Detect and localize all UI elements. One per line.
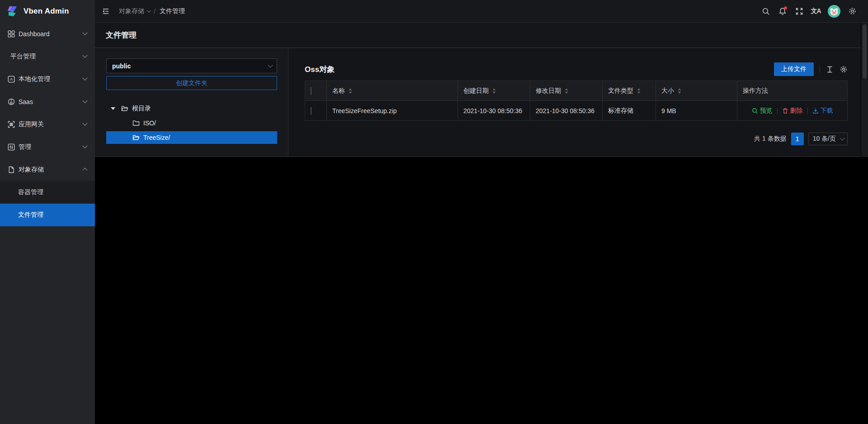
sidebar-item-gateway[interactable]: 应用网关 (0, 113, 95, 136)
content-card: public 创建文件夹 根目录 (95, 48, 861, 157)
sidebar-item-dashboard[interactable]: Dashboard (0, 23, 95, 45)
sidebar-item-label: Saas (19, 98, 83, 105)
row-height-icon[interactable] (826, 66, 834, 73)
tree-node-label: 根目录 (132, 105, 151, 113)
folder-open-icon (121, 105, 128, 112)
fullscreen-icon[interactable] (791, 0, 807, 23)
breadcrumb-separator: / (154, 8, 156, 15)
sidebar-item-localization[interactable]: A 本地化管理 (0, 68, 95, 91)
chevron-up-icon (82, 168, 87, 173)
object-storage-submenu: 容器管理 文件管理 (0, 181, 95, 226)
tree-node-treesize[interactable]: TreeSize/ (106, 131, 277, 144)
select-all-checkbox[interactable] (311, 87, 311, 95)
vben-logo-icon (6, 5, 19, 18)
chevron-down-icon (840, 135, 844, 140)
column-settings-gear-icon[interactable] (840, 65, 848, 73)
cell-file-type: 标准存储 (603, 101, 656, 121)
search-icon[interactable] (757, 0, 774, 23)
table-row: TreeSizeFreeSetup.zip 2021-10-30 08:50:3… (305, 101, 848, 121)
sidebar: Vben Admin Dashboard 平台管理 A (0, 0, 95, 424)
document-icon (8, 166, 15, 173)
sidebar-item-label: 平台管理 (10, 52, 83, 61)
action-divider (807, 108, 808, 114)
localization-icon: A (8, 76, 15, 83)
row-checkbox[interactable] (311, 107, 311, 115)
sidebar-item-label: Dashboard (19, 30, 83, 38)
chevron-down-icon (82, 143, 87, 148)
download-button[interactable]: 下载 (812, 107, 833, 115)
breadcrumb-parent[interactable]: 对象存储 (119, 7, 150, 15)
tree-node-label: TreeSize/ (143, 134, 170, 141)
notification-badge (784, 6, 787, 10)
column-header-type[interactable]: 文件类型 (603, 81, 656, 101)
cell-created-date: 2021-10-30 08:50:36 (458, 101, 530, 121)
sort-icon[interactable] (565, 88, 568, 94)
delete-button[interactable]: 删除 (782, 107, 803, 115)
header-actions: 文A (757, 0, 868, 23)
cell-file-size: 9 MB (656, 101, 737, 121)
column-header-size[interactable]: 大小 (656, 81, 737, 101)
table-header-row: 名称 创建日期 (305, 81, 848, 101)
preview-button[interactable]: 预览 (752, 107, 773, 115)
column-header-modified[interactable]: 修改日期 (530, 81, 603, 101)
sidebar-item-label: 容器管理 (18, 188, 43, 196)
sidebar-item-saas[interactable]: Saas (0, 91, 95, 113)
menu-fold-icon[interactable] (102, 7, 110, 15)
logo[interactable]: Vben Admin (0, 0, 95, 23)
sidebar-item-container-management[interactable]: 容器管理 (0, 181, 95, 204)
create-folder-button[interactable]: 创建文件夹 (106, 76, 277, 90)
upload-file-button[interactable]: 上传文件 (774, 62, 814, 76)
sidebar-item-management[interactable]: 管理 (0, 136, 95, 158)
column-header-name[interactable]: 名称 (327, 81, 458, 101)
action-divider (777, 108, 778, 114)
translate-icon[interactable]: 文A (807, 0, 824, 23)
sidebar-item-label: 应用网关 (19, 120, 83, 129)
caret-down-icon[interactable] (111, 107, 115, 110)
saas-icon (8, 98, 15, 105)
table-toolbar: Oss对象 上传文件 (305, 62, 848, 76)
scrollbar-thumb[interactable] (863, 24, 867, 79)
sidebar-item-file-management[interactable]: 文件管理 (0, 204, 95, 226)
bucket-tree-panel: public 创建文件夹 根目录 (95, 48, 288, 157)
top-header: 对象存储 / 文件管理 文A (95, 0, 868, 23)
notification-bell-icon[interactable] (774, 0, 791, 23)
cell-modified-date: 2021-10-30 08:50:36 (530, 101, 603, 121)
column-header-created[interactable]: 创建日期 (458, 81, 530, 101)
bucket-select[interactable]: public (106, 58, 277, 73)
svg-text:A: A (10, 77, 13, 81)
chevron-down-icon (82, 76, 87, 81)
chevron-down-icon (147, 9, 151, 12)
user-avatar[interactable] (824, 0, 844, 23)
sidebar-item-object-storage[interactable]: 对象存储 (0, 158, 95, 181)
sidebar-item-label: 管理 (19, 143, 83, 151)
chevron-down-icon (82, 98, 87, 103)
sort-icon[interactable] (678, 88, 681, 94)
sort-icon[interactable] (349, 88, 352, 94)
page-number-1[interactable]: 1 (791, 133, 804, 145)
settings-gear-icon[interactable] (844, 0, 861, 23)
pagination: 共 1 条数据 1 10 条/页 (305, 133, 848, 145)
chevron-down-icon (82, 121, 87, 126)
tree-node-label: ISO/ (143, 119, 156, 127)
oss-table: 名称 创建日期 (305, 81, 848, 121)
breadcrumb-current: 文件管理 (160, 7, 185, 15)
page-size-select[interactable]: 10 条/页 (808, 133, 848, 145)
tree-node-root[interactable]: 根目录 (106, 102, 277, 115)
chevron-down-icon (82, 53, 87, 58)
dashboard-icon (8, 30, 15, 38)
gateway-icon (8, 121, 15, 128)
chevron-down-icon (82, 30, 87, 35)
tree-node-iso[interactable]: ISO/ (106, 117, 277, 129)
cell-file-name: TreeSizeFreeSetup.zip (327, 101, 458, 121)
sliders-icon (8, 143, 15, 151)
sort-icon[interactable] (492, 88, 496, 94)
table-tools: 上传文件 (774, 62, 848, 76)
sort-icon[interactable] (637, 88, 641, 94)
oss-table-panel: Oss对象 上传文件 (288, 48, 861, 157)
sidebar-item-label: 对象存储 (19, 166, 83, 174)
sidebar-item-label: 本地化管理 (19, 75, 83, 83)
scrollbar-track[interactable] (861, 23, 868, 157)
sidebar-item-platform[interactable]: 平台管理 (0, 45, 95, 68)
breadcrumb: 对象存储 / 文件管理 (119, 7, 185, 15)
row-actions: 预览 删除 (743, 107, 842, 115)
